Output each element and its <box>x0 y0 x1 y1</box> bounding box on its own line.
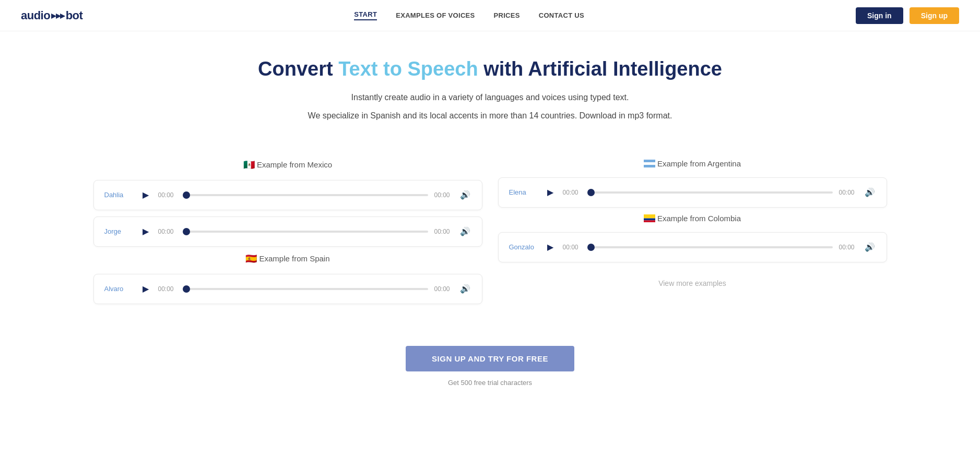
dahlia-audio-card: Dahlia ▶ 00:00 00:00 🔊 <box>93 180 482 210</box>
argentina-flag-icon <box>644 160 655 167</box>
elena-volume-button[interactable]: 🔊 <box>864 186 876 199</box>
gonzalo-volume-button[interactable]: 🔊 <box>864 241 876 254</box>
dahlia-time-start: 00:00 <box>158 191 176 199</box>
svg-rect-4 <box>644 218 655 220</box>
main-nav: START EXAMPLES OF VOICES PRICES CONTACT … <box>354 10 584 20</box>
alvaro-volume-button[interactable]: 🔊 <box>459 283 471 295</box>
dahlia-progress-dot <box>183 191 190 199</box>
gonzalo-progress-dot <box>587 244 595 251</box>
dahlia-time-end: 00:00 <box>434 191 453 199</box>
jorge-time-end: 00:00 <box>434 228 453 235</box>
svg-rect-1 <box>644 162 655 165</box>
dahlia-voice-name: Dahlia <box>104 191 133 199</box>
header-actions: Sign in Sign up <box>856 7 959 24</box>
mexico-group-title: 🇲🇽 Example from Mexico <box>93 159 482 171</box>
jorge-voice-name: Jorge <box>104 227 133 235</box>
argentina-group-title: Example from Argentina <box>498 159 887 168</box>
jorge-audio-card: Jorge ▶ 00:00 00:00 🔊 <box>93 217 482 247</box>
jorge-progress-dot <box>183 228 190 235</box>
gonzalo-progress-bar[interactable] <box>587 246 833 248</box>
jorge-progress-bar[interactable] <box>183 231 428 233</box>
logo: audio ▸▸▸ bot <box>21 9 82 22</box>
dahlia-play-button[interactable]: ▶ <box>139 189 152 201</box>
elena-time-end: 00:00 <box>839 189 857 196</box>
view-more-link[interactable]: View more examples <box>498 279 887 287</box>
colombia-group-label: Example from Colombia <box>657 214 741 223</box>
examples-right-col: Example from Argentina Elena ▶ 00:00 00:… <box>498 159 887 304</box>
hero-title-part1: Convert <box>258 58 338 80</box>
jorge-play-button[interactable]: ▶ <box>139 225 152 238</box>
svg-rect-3 <box>644 214 655 219</box>
cta-sub-label: Get 500 free trial characters <box>10 379 970 387</box>
gonzalo-voice-name: Gonzalo <box>509 243 538 251</box>
mexico-flag-icon: 🇲🇽 <box>243 159 255 171</box>
hero-subtitle2: We specialize in Spanish and its local a… <box>10 109 970 123</box>
cta-button[interactable]: SIGN UP AND TRY FOR FREE <box>406 346 574 371</box>
svg-rect-2 <box>644 165 655 167</box>
logo-wave-icon: ▸▸▸ <box>51 10 65 21</box>
signup-button[interactable]: Sign up <box>910 7 959 24</box>
mexico-group-label: Example from Mexico <box>257 160 332 169</box>
elena-progress-bar[interactable] <box>587 191 833 194</box>
spain-group-title: 🇪🇸 Example from Spain <box>93 253 482 264</box>
argentina-group-label: Example from Argentina <box>657 159 741 168</box>
hero-subtitle1: Instantly create audio in a variety of l… <box>10 91 970 104</box>
nav-contact[interactable]: CONTACT US <box>539 11 584 19</box>
jorge-volume-button[interactable]: 🔊 <box>459 225 471 238</box>
examples-section: 🇲🇽 Example from Mexico Dahlia ▶ 00:00 00… <box>73 143 908 320</box>
hero-title-highlight: Text to Speech <box>338 58 478 80</box>
spain-flag-icon: 🇪🇸 <box>245 253 257 264</box>
elena-progress-dot <box>587 189 595 196</box>
dahlia-volume-button[interactable]: 🔊 <box>459 189 471 201</box>
elena-voice-name: Elena <box>509 188 538 196</box>
nav-prices[interactable]: PRICES <box>494 11 520 19</box>
svg-rect-0 <box>644 160 655 162</box>
header: audio ▸▸▸ bot START EXAMPLES OF VOICES P… <box>0 0 980 31</box>
nav-examples[interactable]: EXAMPLES OF VOICES <box>396 11 475 19</box>
elena-time-start: 00:00 <box>563 189 581 196</box>
colombia-group-title: Example from Colombia <box>498 214 887 223</box>
jorge-time-start: 00:00 <box>158 228 176 235</box>
alvaro-audio-card: Alvaro ▶ 00:00 00:00 🔊 <box>93 274 482 304</box>
examples-left-col: 🇲🇽 Example from Mexico Dahlia ▶ 00:00 00… <box>93 159 482 304</box>
gonzalo-time-end: 00:00 <box>839 244 857 251</box>
elena-audio-card: Elena ▶ 00:00 00:00 🔊 <box>498 177 887 208</box>
alvaro-voice-name: Alvaro <box>104 285 133 293</box>
logo-text: audio <box>21 9 50 22</box>
gonzalo-play-button[interactable]: ▶ <box>544 241 557 254</box>
colombia-flag-icon <box>644 214 655 222</box>
cta-section: SIGN UP AND TRY FOR FREE Get 500 free tr… <box>0 320 980 407</box>
logo-bot: bot <box>66 9 83 22</box>
hero-section: Convert Text to Speech with Artificial I… <box>0 31 980 143</box>
hero-title: Convert Text to Speech with Artificial I… <box>10 57 970 81</box>
signin-button[interactable]: Sign in <box>856 7 903 24</box>
elena-play-button[interactable]: ▶ <box>544 186 557 199</box>
svg-rect-5 <box>644 220 655 222</box>
gonzalo-time-start: 00:00 <box>563 244 581 251</box>
spain-group-label: Example from Spain <box>259 254 329 263</box>
alvaro-progress-dot <box>183 285 190 293</box>
hero-title-part2: with Artificial Intelligence <box>478 58 722 80</box>
nav-start[interactable]: START <box>354 10 377 20</box>
alvaro-progress-bar[interactable] <box>183 288 428 290</box>
alvaro-time-start: 00:00 <box>158 285 176 293</box>
gonzalo-audio-card: Gonzalo ▶ 00:00 00:00 🔊 <box>498 232 887 262</box>
alvaro-play-button[interactable]: ▶ <box>139 283 152 295</box>
alvaro-time-end: 00:00 <box>434 285 453 293</box>
dahlia-progress-bar[interactable] <box>183 194 428 196</box>
